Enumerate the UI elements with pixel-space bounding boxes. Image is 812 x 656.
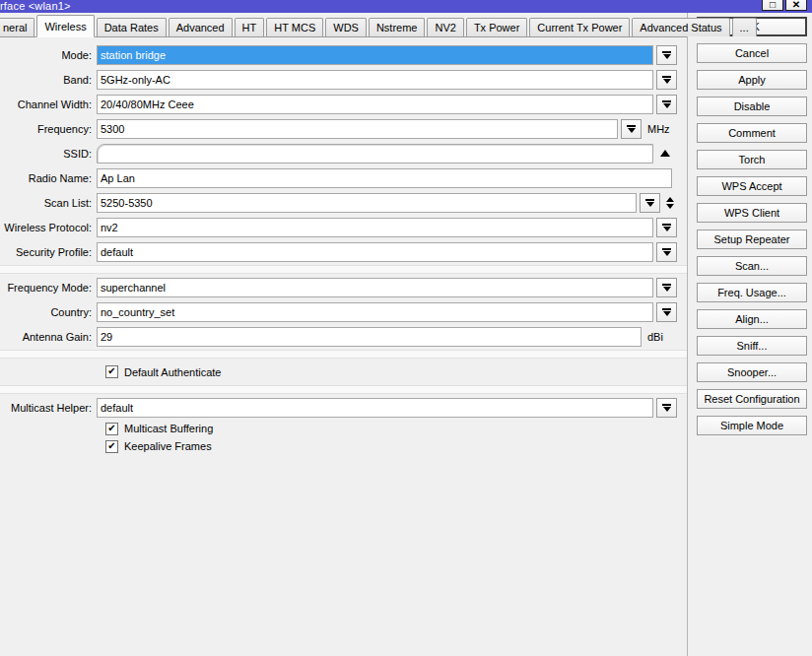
tab-nstreme[interactable]: Nstreme bbox=[369, 18, 426, 36]
scan-button[interactable]: Scan... bbox=[697, 256, 807, 276]
security-profile-dropdown-button[interactable] bbox=[656, 242, 677, 262]
radio-name-input[interactable] bbox=[97, 168, 672, 188]
section-divider bbox=[0, 350, 687, 359]
field-default-authenticate: ✔ Default Authenticate bbox=[0, 360, 687, 384]
setup-repeater-button[interactable]: Setup Repeater bbox=[697, 230, 807, 249]
sniff-button[interactable]: Sniff... bbox=[697, 336, 807, 356]
multicast-helper-dropdown-button[interactable] bbox=[656, 398, 677, 418]
antenna-gain-label: Antenna Gain: bbox=[0, 331, 97, 343]
wireless-protocol-input[interactable] bbox=[97, 218, 653, 237]
window-title: rface <wlan1> bbox=[0, 0, 71, 12]
section-divider bbox=[0, 385, 687, 394]
frequency-mode-input[interactable] bbox=[97, 278, 653, 297]
band-input[interactable] bbox=[97, 70, 653, 90]
up-arrow-icon bbox=[666, 197, 674, 202]
collapse-arrow-icon[interactable] bbox=[660, 150, 670, 157]
dropdown-icon bbox=[627, 125, 636, 127]
tab-ht[interactable]: HT bbox=[235, 18, 265, 36]
reset-configuration-button[interactable]: Reset Configuration bbox=[697, 389, 807, 409]
tab-tx-power[interactable]: Tx Power bbox=[466, 18, 527, 36]
interface-dialog-window: rface <wlan1> □ ✕ neral Wireless Data Ra… bbox=[0, 0, 812, 656]
band-dropdown-button[interactable] bbox=[656, 70, 677, 90]
multicast-buffering-label: Multicast Buffering bbox=[124, 423, 213, 434]
radio-name-label: Radio Name: bbox=[0, 172, 97, 184]
antenna-gain-unit-label: dBi bbox=[647, 331, 663, 343]
field-band: Band: bbox=[0, 67, 687, 92]
wireless-protocol-label: Wireless Protocol: bbox=[0, 222, 97, 233]
tab-data-rates[interactable]: Data Rates bbox=[97, 18, 167, 36]
freq-usage-button[interactable]: Freq. Usage... bbox=[697, 283, 807, 302]
country-input[interactable] bbox=[97, 302, 653, 322]
mode-dropdown-button[interactable] bbox=[656, 45, 677, 65]
tab-advanced-status[interactable]: Advanced Status bbox=[632, 18, 729, 36]
dropdown-icon bbox=[663, 251, 671, 256]
default-authenticate-label: Default Authenticate bbox=[124, 366, 221, 378]
section-divider bbox=[0, 265, 687, 274]
wireless-protocol-dropdown-button[interactable] bbox=[656, 218, 677, 237]
titlebar[interactable]: rface <wlan1> □ ✕ bbox=[0, 0, 812, 13]
dropdown-icon bbox=[663, 287, 671, 292]
wps-client-button[interactable]: WPS Client bbox=[697, 203, 807, 223]
security-profile-label: Security Profile: bbox=[0, 246, 97, 258]
channel-width-dropdown-button[interactable] bbox=[656, 95, 677, 114]
cancel-button[interactable]: Cancel bbox=[697, 43, 807, 63]
dropdown-icon bbox=[662, 224, 671, 226]
security-profile-input[interactable] bbox=[97, 242, 653, 262]
field-country: Country: bbox=[0, 299, 687, 324]
multicast-helper-input[interactable] bbox=[97, 398, 653, 418]
keepalive-frames-checkbox[interactable]: ✔ bbox=[105, 440, 118, 453]
dropdown-icon bbox=[663, 103, 671, 108]
frequency-input[interactable] bbox=[97, 119, 618, 139]
tab-current-tx-power[interactable]: Current Tx Power bbox=[529, 18, 630, 36]
dropdown-icon bbox=[662, 248, 671, 250]
dropdown-icon bbox=[663, 79, 671, 84]
scan-list-label: Scan List: bbox=[0, 197, 97, 209]
scan-list-dropdown-button[interactable] bbox=[640, 193, 660, 213]
tab-advanced[interactable]: Advanced bbox=[169, 18, 233, 36]
snooper-button[interactable]: Snooper... bbox=[697, 362, 807, 382]
wps-accept-button[interactable]: WPS Accept bbox=[697, 176, 807, 196]
dropdown-icon bbox=[662, 100, 671, 102]
tab-wireless[interactable]: Wireless bbox=[36, 15, 94, 37]
tab-general[interactable]: neral bbox=[0, 18, 34, 36]
wireless-tab-panel: neral Wireless Data Rates Advanced HT HT… bbox=[0, 13, 687, 656]
channel-width-label: Channel Width: bbox=[0, 98, 97, 110]
close-button[interactable]: ✕ bbox=[785, 0, 807, 11]
frequency-mode-label: Frequency Mode: bbox=[0, 282, 97, 294]
ssid-input[interactable] bbox=[97, 144, 653, 164]
frequency-mode-dropdown-button[interactable] bbox=[656, 278, 677, 297]
field-mode: Mode: bbox=[0, 42, 687, 67]
apply-button[interactable]: Apply bbox=[697, 70, 807, 90]
tab-ht-mcs[interactable]: HT MCS bbox=[266, 18, 323, 36]
scan-list-updown-toggle[interactable] bbox=[666, 197, 674, 209]
scan-list-input[interactable] bbox=[97, 193, 637, 213]
tab-nv2[interactable]: NV2 bbox=[427, 18, 463, 36]
comment-button[interactable]: Comment bbox=[697, 123, 807, 143]
frequency-label: Frequency: bbox=[0, 123, 97, 135]
tab-bar: neral Wireless Data Rates Advanced HT HT… bbox=[0, 13, 687, 37]
align-button[interactable]: Align... bbox=[697, 309, 807, 329]
dropdown-icon bbox=[663, 311, 671, 316]
field-ssid: SSID: bbox=[0, 141, 687, 165]
channel-width-input[interactable] bbox=[97, 95, 653, 114]
tab-wds[interactable]: WDS bbox=[325, 18, 367, 36]
field-frequency: Frequency: MHz bbox=[0, 116, 687, 141]
multicast-helper-label: Multicast Helper: bbox=[0, 402, 97, 414]
frequency-dropdown-button[interactable] bbox=[621, 119, 642, 139]
dropdown-icon bbox=[663, 227, 671, 231]
torch-button[interactable]: Torch bbox=[697, 150, 807, 169]
simple-mode-button[interactable]: Simple Mode bbox=[697, 416, 807, 435]
mode-input[interactable] bbox=[97, 45, 653, 65]
antenna-gain-input[interactable] bbox=[97, 327, 642, 347]
country-dropdown-button[interactable] bbox=[656, 302, 677, 322]
default-authenticate-checkbox[interactable]: ✔ bbox=[105, 365, 118, 378]
field-antenna-gain: Antenna Gain: dBi bbox=[0, 324, 687, 349]
tab-more[interactable]: ... bbox=[732, 18, 757, 36]
field-multicast-helper: Multicast Helper: bbox=[0, 395, 687, 420]
multicast-buffering-checkbox[interactable]: ✔ bbox=[105, 423, 118, 435]
maximize-button[interactable]: □ bbox=[762, 0, 783, 11]
dropdown-icon bbox=[628, 128, 636, 133]
disable-button[interactable]: Disable bbox=[697, 97, 807, 116]
field-radio-name: Radio Name: bbox=[0, 165, 687, 190]
field-wireless-protocol: Wireless Protocol: bbox=[0, 215, 687, 239]
